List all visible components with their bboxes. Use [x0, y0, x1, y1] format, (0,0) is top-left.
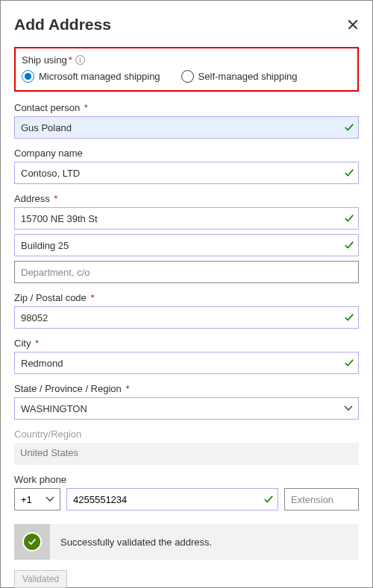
field-label: State / Province / Region *	[14, 383, 359, 394]
field-label: Contact person *	[14, 102, 359, 113]
ship-using-radio-group: Microsoft managed shipping Self-managed …	[22, 70, 351, 83]
field-city: City *	[14, 338, 359, 374]
info-icon[interactable]: i	[75, 55, 85, 65]
validation-banner: Successfully validated the address.	[14, 524, 359, 560]
radio-circle-selected	[22, 70, 34, 83]
field-country: Country/Region United States	[14, 429, 359, 465]
country-code-select[interactable]	[14, 488, 60, 510]
radio-self-managed[interactable]: Self-managed shipping	[181, 70, 298, 83]
success-icon	[22, 532, 42, 551]
panel-title: Add Address	[14, 16, 111, 34]
field-company-name: Company name	[14, 148, 359, 184]
field-label: Address *	[14, 193, 359, 204]
phone-number-input[interactable]	[66, 488, 278, 510]
required-marker: *	[69, 54, 72, 66]
close-icon[interactable]	[347, 19, 359, 31]
validation-message: Successfully validated the address.	[50, 524, 359, 560]
field-address: Address *	[14, 193, 359, 283]
country-input: United States	[14, 443, 359, 465]
field-state: State / Province / Region *	[14, 383, 359, 420]
company-name-input[interactable]	[14, 162, 359, 184]
field-label: Zip / Postal code *	[14, 292, 359, 303]
field-label: Company name	[14, 148, 359, 159]
address-line1-input[interactable]	[14, 207, 359, 230]
field-label: City *	[14, 338, 359, 349]
field-contact-person: Contact person *	[14, 102, 359, 139]
radio-microsoft-managed[interactable]: Microsoft managed shipping	[22, 70, 160, 83]
ship-using-section: Ship using * i Microsoft managed shippin…	[14, 47, 359, 92]
validation-icon-box	[14, 524, 50, 560]
ship-using-label: Ship using	[22, 54, 67, 66]
radio-label: Microsoft managed shipping	[39, 71, 160, 82]
field-zip: Zip / Postal code *	[14, 292, 359, 329]
validated-button: Validated	[14, 570, 67, 588]
contact-person-input[interactable]	[14, 116, 359, 139]
field-label: Country/Region	[14, 429, 359, 440]
extension-input[interactable]	[284, 488, 359, 510]
field-work-phone: Work phone	[14, 474, 359, 510]
add-address-panel: Add Address Ship using * i Microsoft man…	[0, 0, 373, 588]
zip-input[interactable]	[14, 306, 359, 329]
city-input[interactable]	[14, 352, 359, 374]
radio-circle	[181, 70, 194, 83]
field-label: Work phone	[14, 474, 359, 485]
address-line2-input[interactable]	[14, 234, 359, 256]
radio-label: Self-managed shipping	[198, 71, 298, 82]
ship-using-label-row: Ship using * i	[22, 54, 351, 66]
state-select[interactable]	[14, 397, 359, 420]
panel-header: Add Address	[14, 16, 359, 34]
address-line3-input[interactable]	[14, 261, 359, 283]
